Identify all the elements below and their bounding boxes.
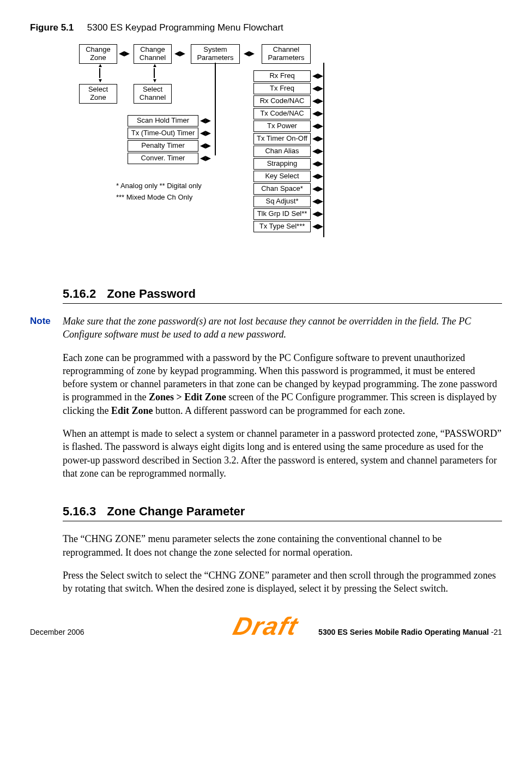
box-tx-code-nac: Tx Code/NAC xyxy=(253,108,311,119)
note-text: Make sure that the zone password(s) are … xyxy=(63,315,502,341)
paragraph-2: When an attempt is made to select a syst… xyxy=(63,427,502,480)
box-select-zone: SelectZone xyxy=(79,84,117,104)
section-title: Zone Password xyxy=(107,287,196,300)
box-scan-hold-timer: Scan Hold Timer xyxy=(128,115,198,127)
box-tx-type-sel: Tx Type Sel*** xyxy=(253,221,311,232)
sys-vline xyxy=(215,63,216,155)
figure-title: 5300 ES Keypad Programming Menu Flowchar… xyxy=(87,22,283,33)
box-strapping: Strapping xyxy=(253,158,311,170)
box-rx-code-nac: Rx Code/NAC xyxy=(253,95,311,107)
section-heading-zone-password: 5.16.2 Zone Password xyxy=(63,287,502,301)
section-number: 5.16.3 xyxy=(63,504,96,518)
box-tx-power: Tx Power xyxy=(253,121,311,132)
box-change-channel: ChangeChannel xyxy=(134,44,172,64)
box-key-select: Key Select xyxy=(253,171,311,182)
footer-date: December 2006 xyxy=(30,628,84,636)
note-label: Note xyxy=(30,315,63,327)
box-channel-params: ChannelParameters xyxy=(262,44,311,64)
box-rx-freq: Rx Freq xyxy=(253,70,311,82)
paragraph-4: Press the Select switch to select the “C… xyxy=(63,569,502,595)
paragraph-3: The “CHNG ZONE” menu parameter selects t… xyxy=(63,532,502,559)
paragraph-1: Each zone can be programmed with a passw… xyxy=(63,351,502,417)
section-heading-zone-change-param: 5.16.3 Zone Change Parameter xyxy=(63,504,502,519)
page-footer: December 2006 Draft 5300 ES Series Mobil… xyxy=(30,628,502,636)
box-chan-alias: Chan Alias xyxy=(253,146,311,157)
flowchart: ChangeZone ChangeChannel SystemParameter… xyxy=(79,44,502,262)
legend-line-2: *** Mixed Mode Ch Only xyxy=(116,193,192,201)
figure-caption: Figure 5.1 5300 ES Keypad Programming Me… xyxy=(30,22,502,33)
footer-right: 5300 ES Series Mobile Radio Operating Ma… xyxy=(318,628,502,636)
draft-watermark: Draft xyxy=(230,611,302,641)
box-chan-space: Chan Space* xyxy=(253,183,311,195)
legend-line-1: * Analog only ** Digital only xyxy=(116,182,202,190)
box-change-zone: ChangeZone xyxy=(79,44,117,64)
figure-number: Figure 5.1 xyxy=(30,22,74,33)
box-tx-timeout-timer: Tx (Time-Out) Timer xyxy=(128,128,198,139)
box-system-params: SystemParameters xyxy=(191,44,240,64)
note-block: Note Make sure that the zone password(s)… xyxy=(30,315,502,341)
box-tlk-grp-id-sel: Tlk Grp ID Sel** xyxy=(253,208,311,220)
section-number: 5.16.2 xyxy=(63,287,96,300)
box-tx-freq: Tx Freq xyxy=(253,83,311,94)
box-sq-adjust: Sq Adjust* xyxy=(253,196,311,207)
box-conver-timer: Conver. Timer xyxy=(128,153,198,164)
section-rule xyxy=(63,521,502,521)
box-tx-timer-onoff: Tx Timer On-Off xyxy=(253,133,311,145)
box-select-channel: SelectChannel xyxy=(134,84,172,104)
section-rule xyxy=(63,303,502,304)
section-title: Zone Change Parameter xyxy=(107,504,245,518)
box-penalty-timer: Penalty Timer xyxy=(128,140,198,152)
chan-vline xyxy=(323,63,324,237)
